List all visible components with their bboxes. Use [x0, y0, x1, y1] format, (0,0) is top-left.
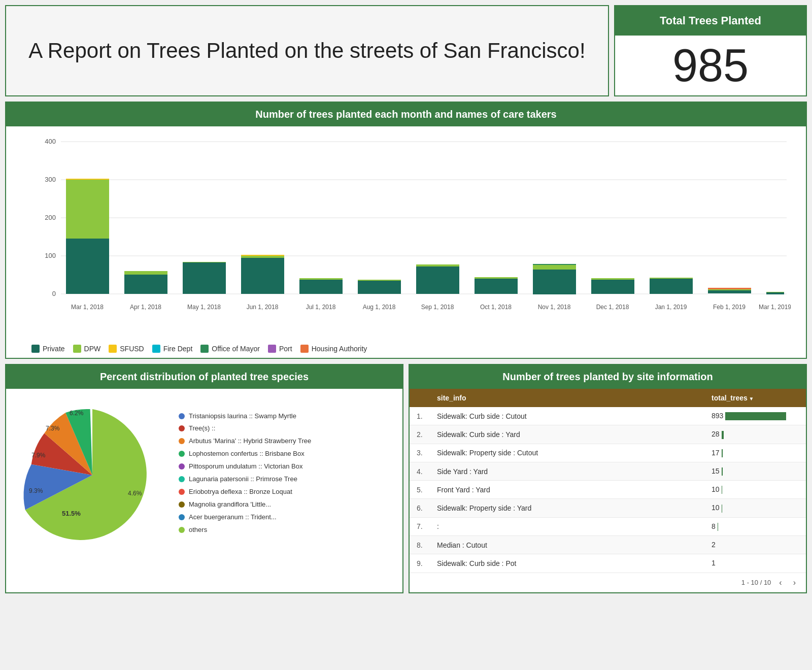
pie-legend-item-5: Lagunaria patersonii :: Primrose Tree — [179, 475, 392, 484]
svg-rect-20 — [299, 280, 343, 294]
pie-legend-item-6: Eriobotrya deflexa :: Bronze Loquat — [179, 488, 392, 496]
pie-legend-item-0: Tristaniopsis laurina :: Swamp Myrtle — [179, 412, 392, 421]
svg-rect-16 — [183, 262, 226, 262]
table-header-row: site_info total_trees — [410, 389, 806, 407]
row-num: 7. — [410, 517, 430, 535]
row-bar — [722, 486, 722, 494]
pie-legend-item-2: Arbutus 'Marina' :: Hybrid Strawberry Tr… — [179, 437, 392, 446]
bar-chart-title: Number of trees planted each month and n… — [6, 103, 806, 126]
svg-rect-25 — [416, 264, 459, 266]
svg-rect-39 — [766, 292, 784, 292]
row-site: Sidewalk: Curb side : Pot — [430, 554, 704, 573]
table-row: 5. Front Yard : Yard 10 — [410, 481, 806, 499]
pie-label-7: Magnolia grandiflora 'Little... — [189, 500, 271, 509]
svg-text:300: 300 — [45, 176, 56, 183]
row-bar — [722, 449, 723, 457]
row-site: Median : Cutout — [430, 536, 704, 554]
pie-legend-item-7: Magnolia grandiflora 'Little... — [179, 500, 392, 509]
pie-legend: Tristaniopsis laurina :: Swamp Myrtle Tr… — [179, 412, 392, 539]
row-count: 893 — [704, 407, 806, 425]
svg-rect-36 — [708, 289, 751, 290]
svg-text:6.2%: 6.2% — [70, 410, 84, 417]
svg-rect-14 — [124, 271, 167, 275]
svg-text:0: 0 — [52, 290, 56, 297]
row-num: 3. — [410, 444, 430, 462]
pie-label-0: Tristaniopsis laurina :: Swamp Myrtle — [189, 412, 296, 421]
svg-text:Nov 1, 2018: Nov 1, 2018 — [538, 304, 571, 311]
row-num: 6. — [410, 499, 430, 517]
pie-dot-5 — [179, 476, 185, 482]
svg-rect-34 — [650, 278, 693, 279]
table-col-site[interactable]: site_info — [430, 389, 704, 407]
table-col-trees[interactable]: total_trees — [704, 389, 806, 407]
row-count: 15 — [704, 462, 806, 480]
pie-legend-item-8: Acer buergeranum :: Trident... — [179, 513, 392, 522]
svg-rect-31 — [591, 280, 634, 294]
total-label: Total Trees Planted — [615, 6, 806, 36]
legend-private: Private — [31, 345, 65, 353]
pie-dot-1 — [179, 425, 185, 431]
svg-rect-35 — [708, 290, 751, 293]
row-num: 1. — [410, 407, 430, 425]
pie-label-5: Lagunaria patersonii :: Primrose Tree — [189, 475, 297, 484]
pie-label-2: Arbutus 'Marina' :: Hybrid Strawberry Tr… — [189, 437, 311, 446]
pie-dot-4 — [179, 463, 185, 470]
row-site: Front Yard : Yard — [430, 481, 704, 499]
row-bar — [718, 523, 718, 531]
svg-text:May 1, 2018: May 1, 2018 — [187, 304, 221, 311]
prev-page-button[interactable]: ‹ — [776, 577, 785, 588]
legend-fire-label: Fire Dept — [163, 345, 193, 353]
svg-rect-29 — [533, 265, 576, 270]
pie-legend-item-4: Pittosporum undulatum :: Victorian Box — [179, 462, 392, 471]
next-page-button[interactable]: › — [790, 577, 799, 588]
pie-label-8: Acer buergeranum :: Trident... — [189, 513, 277, 522]
row-count: 17 — [704, 444, 806, 462]
table-row: 7. : 8 — [410, 517, 806, 535]
svg-text:Mar 1, 2019: Mar 1, 2019 — [759, 304, 791, 311]
svg-rect-38 — [766, 292, 784, 294]
sfusd-color — [109, 345, 117, 353]
table-row: 6. Sidewalk: Property side : Yard 10 — [410, 499, 806, 517]
row-num: 5. — [410, 481, 430, 499]
pie-dot-2 — [179, 438, 185, 444]
row-num: 2. — [410, 425, 430, 444]
dashboard: A Report on Trees Planted on the streets… — [5, 5, 807, 593]
svg-text:Jun 1, 2018: Jun 1, 2018 — [247, 304, 279, 311]
dpw-color — [73, 345, 81, 353]
pagination: 1 - 10 / 10 ‹ › — [410, 573, 806, 592]
svg-rect-28 — [533, 270, 576, 294]
legend-fire: Fire Dept — [152, 345, 193, 353]
svg-text:Apr 1, 2018: Apr 1, 2018 — [130, 304, 161, 311]
row-count: 10 — [704, 481, 806, 499]
svg-rect-10 — [66, 239, 109, 294]
bar-chart-section: Number of trees planted each month and n… — [5, 102, 807, 359]
row-site: Side Yard : Yard — [430, 462, 704, 480]
svg-rect-32 — [591, 278, 634, 280]
row-count: 1 — [704, 554, 806, 573]
legend-dpw-label: DPW — [84, 345, 101, 353]
svg-text:7.3%: 7.3% — [46, 425, 60, 432]
table-section: Number of trees planted by site informat… — [409, 364, 807, 593]
bottom-row: Percent distribution of planted tree spe… — [5, 364, 807, 593]
legend-sfusd-label: SFUSD — [120, 345, 144, 353]
pie-legend-item-3: Lophostemon confertus :: Brisbane Box — [179, 450, 392, 458]
svg-rect-23 — [358, 280, 401, 281]
svg-rect-22 — [358, 281, 401, 294]
row-count: 10 — [704, 499, 806, 517]
total-box: Total Trees Planted 985 — [614, 5, 807, 96]
row-site: Sidewalk: Curb side : Cutout — [430, 407, 704, 425]
table-row: 4. Side Yard : Yard 15 — [410, 462, 806, 480]
legend-port: Port — [268, 345, 292, 353]
table-body: 1. Sidewalk: Curb side : Cutout 893 2. S… — [410, 407, 806, 573]
bar-chart-legend: Private DPW SFUSD Fire Dept Office of Ma… — [6, 340, 806, 358]
title-box: A Report on Trees Planted on the streets… — [5, 5, 609, 96]
row-num: 4. — [410, 462, 430, 480]
data-table: site_info total_trees 1. Sidewalk: Curb … — [410, 389, 806, 573]
legend-housing: Housing Authority — [300, 345, 367, 353]
row-bar — [722, 505, 722, 513]
svg-text:400: 400 — [45, 138, 56, 145]
row-count: 28 — [704, 425, 806, 444]
row-count: 8 — [704, 517, 806, 535]
svg-rect-33 — [650, 279, 693, 294]
pie-dot-3 — [179, 451, 185, 457]
